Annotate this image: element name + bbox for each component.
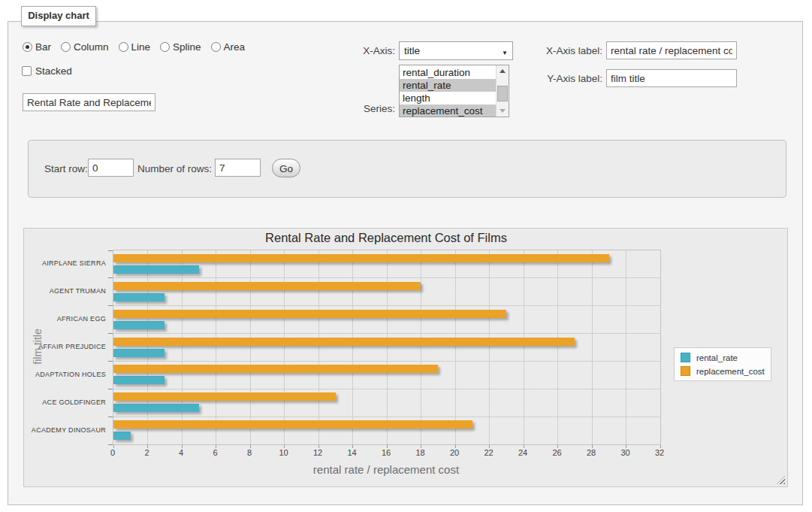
category-label: AFFAIR PREJUDICE	[24, 333, 106, 361]
bar-replacement_cost	[113, 365, 438, 373]
gridline	[216, 250, 216, 444]
gridline	[489, 250, 490, 444]
bar-rental_rate	[113, 265, 199, 274]
chart-type-option-bar[interactable]: Bar	[23, 41, 51, 53]
gridline	[250, 250, 251, 444]
gridline	[524, 250, 524, 444]
y-tick-mark	[108, 417, 113, 417]
x-axis-select[interactable]: title	[399, 41, 513, 60]
x-tick-label: 32	[644, 448, 675, 457]
category-label: AIRPLANE SIERRA	[24, 250, 106, 277]
x-tick-labels: 02468101214161820222426283032	[113, 448, 660, 459]
legend-label: rental_rate	[696, 353, 738, 362]
gridline	[113, 361, 660, 362]
screen: Display chart BarColumnLineSplineArea St…	[0, 0, 812, 512]
category-label: ADAPTATION HOLES	[24, 360, 106, 388]
gridline	[352, 250, 353, 444]
bar-rental_rate	[113, 293, 165, 301]
chart-type-option-line[interactable]: Line	[119, 41, 151, 53]
category-label: ACE GOLDFINGER	[24, 388, 106, 416]
bar-replacement_cost	[113, 254, 609, 262]
go-button[interactable]: Go	[272, 159, 300, 177]
gridline	[318, 250, 319, 444]
scrollbar-thumb[interactable]	[497, 86, 508, 101]
series-options: rental_durationrental_ratelengthreplacem…	[400, 66, 496, 117]
bar-replacement_cost	[113, 392, 336, 401]
y-tick-mark	[108, 389, 113, 389]
x-tick-label: 20	[439, 448, 469, 457]
y-tick-mark	[108, 250, 113, 251]
series-option-length[interactable]: length	[400, 92, 496, 105]
x-tick-label: 2	[132, 448, 162, 457]
x-axis-label-field-label: X-Axis label:	[538, 45, 602, 56]
x-tick-label: 28	[576, 448, 606, 457]
series-option-replacement_cost[interactable]: replacement_cost	[400, 105, 496, 117]
radio-label: Column	[74, 41, 109, 53]
y-axis-label-field-label: Y-Axis label:	[538, 73, 602, 84]
chart-title: Rental Rate and Replacement Cost of Film…	[113, 231, 660, 245]
radio-icon[interactable]	[119, 42, 128, 52]
chart-type-option-area[interactable]: Area	[211, 41, 246, 53]
radio-icon[interactable]	[160, 42, 170, 52]
legend-swatch	[681, 366, 690, 376]
series-multiselect[interactable]: rental_durationrental_ratelengthreplacem…	[399, 65, 509, 117]
chart-legend: rental_ratereplacement_cost	[674, 347, 771, 381]
resize-handle-icon[interactable]	[777, 476, 785, 484]
radio-label: Bar	[35, 41, 51, 53]
bar-rental_rate	[113, 432, 131, 440]
bar-replacement_cost	[113, 420, 472, 429]
scroll-down-icon[interactable]	[497, 105, 509, 117]
radio-icon[interactable]	[211, 42, 221, 52]
x-tick-label: 6	[201, 448, 231, 457]
chart-title-input[interactable]	[23, 93, 155, 111]
series-option-rental_rate[interactable]: rental_rate	[400, 79, 496, 92]
y-tick-mark	[108, 277, 113, 278]
legend-item: rental_rate	[681, 353, 765, 362]
stacked-checkbox-row[interactable]: Stacked	[22, 65, 72, 77]
x-axis-label-input[interactable]	[606, 41, 737, 59]
y-axis-label-input[interactable]	[606, 69, 737, 87]
x-tick-label: 12	[303, 448, 333, 457]
gridline	[113, 277, 660, 278]
x-tick-label: 14	[337, 448, 367, 457]
gridline	[113, 417, 660, 417]
legend-item: replacement_cost	[681, 366, 765, 376]
y-tick-mark	[108, 361, 113, 362]
radio-label: Area	[224, 41, 246, 53]
x-tick-label: 8	[234, 448, 264, 457]
category-label: ACADEMY DINOSAUR	[24, 416, 106, 444]
stacked-checkbox[interactable]	[22, 66, 32, 76]
bar-replacement_cost	[113, 338, 575, 346]
start-row-input[interactable]	[88, 159, 134, 177]
series-scrollbar[interactable]	[496, 65, 509, 117]
y-tick-mark	[108, 333, 113, 334]
chart-type-option-spline[interactable]: Spline	[160, 41, 201, 53]
series-option-rental_duration[interactable]: rental_duration	[400, 66, 496, 79]
x-tick-label: 26	[542, 448, 572, 457]
scroll-up-icon[interactable]	[497, 65, 509, 77]
category-label: AGENT TRUMAN	[24, 277, 106, 305]
category-label: AFRICAN EGG	[24, 305, 106, 333]
x-tick-label: 16	[371, 448, 401, 457]
x-tick-label: 10	[269, 448, 299, 457]
bar-replacement_cost	[113, 282, 421, 290]
radio-icon[interactable]	[61, 42, 71, 52]
row-range-panel: Start row: Number of rows: Go	[28, 140, 786, 198]
x-tick-label: 24	[508, 448, 538, 457]
x-tick-label: 22	[474, 448, 504, 457]
y-tick-mark	[108, 305, 113, 306]
plot-area	[113, 250, 661, 445]
gridline	[592, 250, 593, 444]
x-axis-label: X-Axis:	[331, 45, 395, 56]
radio-icon[interactable]	[23, 42, 32, 52]
gridline	[284, 250, 285, 444]
fieldset-legend: Display chart	[21, 6, 96, 26]
radio-label: Line	[131, 41, 151, 53]
category-labels: AIRPLANE SIERRAAGENT TRUMANAFRICAN EGGAF…	[24, 250, 106, 444]
num-rows-label: Number of rows:	[137, 163, 212, 174]
gridline	[113, 305, 660, 306]
legend-swatch	[681, 353, 690, 362]
chart-type-option-column[interactable]: Column	[61, 41, 109, 53]
num-rows-input[interactable]	[215, 159, 261, 177]
y-tick-mark	[108, 444, 113, 445]
